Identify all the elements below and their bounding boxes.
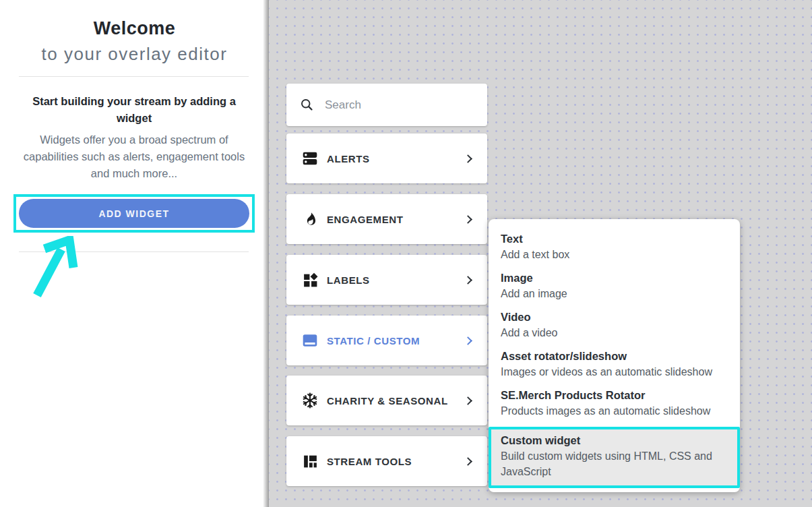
- search-input[interactable]: [325, 98, 474, 112]
- submenu-item-description: Add a text box: [501, 247, 729, 262]
- snowflake-icon: [301, 392, 319, 409]
- submenu-item-title: Custom widget: [501, 433, 729, 448]
- static-custom-card-icon: [301, 332, 319, 349]
- divider: [19, 76, 249, 77]
- panel-description: Widgets offer you a broad spectrum of ca…: [23, 131, 245, 182]
- category-label: STATIC / CUSTOM: [327, 335, 465, 347]
- submenu-item-title: Image: [501, 270, 729, 286]
- add-widget-button[interactable]: ADD WIDGET: [19, 199, 249, 228]
- category-alerts[interactable]: ALERTS: [286, 133, 487, 183]
- chevron-right-icon: [464, 154, 472, 163]
- panel-heading: Start building your stream by adding a w…: [23, 93, 245, 127]
- engagement-flame-icon: [301, 210, 319, 228]
- annotation-arrow-icon: [30, 236, 83, 302]
- category-label: LABELS: [327, 274, 465, 286]
- submenu-item-description: Add an image: [501, 286, 729, 301]
- category-label: STREAM TOOLS: [327, 456, 465, 467]
- category-stream-tools[interactable]: STREAM TOOLS: [286, 436, 487, 486]
- add-widget-highlight-box: ADD WIDGET: [13, 194, 255, 233]
- submenu-item-description: Add a video: [501, 325, 729, 340]
- submenu-item-asset-rotator[interactable]: Asset rotator/slideshow Images or videos…: [489, 349, 740, 388]
- category-label: CHARITY & SEASONAL: [327, 395, 465, 407]
- submenu-item-description: Build custom widgets using HTML, CSS and…: [501, 448, 729, 479]
- submenu-item-title: Asset rotator/slideshow: [501, 349, 729, 364]
- submenu-item-title: Text: [501, 231, 729, 247]
- submenu-item-image[interactable]: Image Add an image: [489, 270, 740, 309]
- submenu-item-description: Products images as an automatic slidesho…: [501, 403, 729, 419]
- page-subtitle: to your overlay editor: [0, 44, 269, 65]
- static-custom-submenu: Text Add a text box Image Add an image V…: [489, 219, 740, 492]
- search-icon: [300, 97, 314, 113]
- chevron-right-icon: [464, 457, 472, 466]
- submenu-item-custom-widget[interactable]: Custom widget Build custom widgets using…: [489, 427, 740, 488]
- stream-tools-dashboard-icon: [301, 452, 319, 470]
- submenu-item-description: Images or videos as an automatic slidesh…: [501, 364, 729, 380]
- chevron-right-icon: [464, 215, 472, 224]
- category-label: ALERTS: [327, 153, 465, 165]
- overlay-editor-canvas[interactable]: ALERTS ENGAGEMENT LABELS: [269, 0, 812, 507]
- submenu-item-se-merch-rotator[interactable]: SE.Merch Products Rotator Products image…: [489, 388, 740, 427]
- submenu-item-text[interactable]: Text Add a text box: [489, 231, 740, 270]
- category-charity-seasonal[interactable]: CHARITY & SEASONAL: [286, 376, 487, 425]
- category-static-custom[interactable]: STATIC / CUSTOM: [286, 316, 487, 365]
- widget-search-box[interactable]: [286, 84, 487, 126]
- welcome-panel: Welcome to your overlay editor Start bui…: [0, 0, 269, 507]
- page-title: Welcome: [0, 18, 269, 39]
- chevron-right-icon: [464, 276, 472, 285]
- chevron-right-icon: [464, 336, 472, 345]
- category-label: ENGAGEMENT: [327, 214, 465, 225]
- submenu-item-title: Video: [501, 309, 729, 325]
- chevron-right-icon: [464, 396, 472, 405]
- submenu-item-title: SE.Merch Products Rotator: [501, 388, 729, 403]
- category-labels[interactable]: LABELS: [286, 255, 487, 305]
- category-engagement[interactable]: ENGAGEMENT: [286, 194, 487, 244]
- alerts-icon: [301, 150, 319, 167]
- labels-grid-icon: [301, 271, 319, 289]
- submenu-item-video[interactable]: Video Add a video: [489, 309, 740, 349]
